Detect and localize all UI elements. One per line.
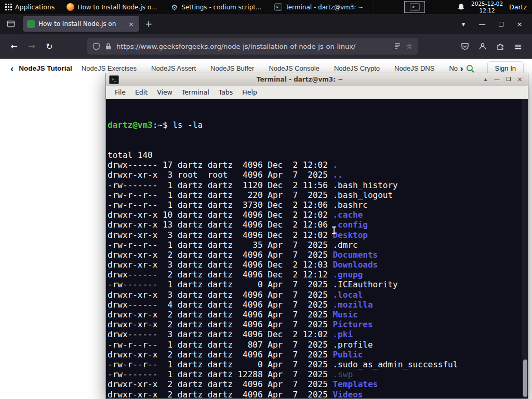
settings-icon: ⚙: [170, 3, 178, 11]
directory-name: .pki: [332, 329, 353, 339]
panel-window-button[interactable]: ⚙Settings - codium script...: [166, 0, 270, 14]
panel-clock[interactable]: 2025-12-02 12:12: [471, 1, 503, 14]
terminal-minimize-button[interactable]: —: [492, 74, 502, 85]
terminal-menu-help[interactable]: Help: [237, 88, 262, 96]
terminal-output-line: drwxr-xr-x 2 dartz dartz 4096 Apr 7 2025…: [108, 390, 528, 399]
search-icon[interactable]: [466, 64, 475, 73]
directory-name: Documents: [332, 250, 378, 260]
nav-scroll-right-icon[interactable]: ›: [458, 63, 465, 73]
bookmark-star-icon[interactable]: ☆: [406, 42, 413, 50]
terminal-maximize-button[interactable]: [503, 74, 513, 85]
url-bar[interactable]: https://www.geeksforgeeks.org/node-js/in…: [87, 38, 418, 55]
site-nav-link[interactable]: NodeJS Exercises: [82, 64, 137, 72]
terminal-output-line: drwxr-xr-x 3 dartz dartz 4096 Dec 2 12:0…: [108, 260, 528, 270]
reader-mode-icon[interactable]: [394, 43, 401, 50]
site-nav-link[interactable]: NodeJS Assert: [151, 64, 196, 72]
directory-name: Videos: [332, 390, 363, 399]
terminal-output-line: -rw-r--r-- 1 dartz dartz 35 Apr 7 2025 .…: [108, 240, 528, 250]
site-nav-active-link[interactable]: NodeJS Tutorial: [19, 64, 72, 72]
terminal-menu-edit[interactable]: Edit: [130, 88, 152, 96]
new-tab-button[interactable]: +: [139, 19, 158, 29]
clock-date: 2025-12-02: [471, 1, 503, 7]
terminal-output-line: drwxr-xr-x 2 dartz dartz 4096 Apr 7 2025…: [108, 250, 528, 260]
panel-window-button[interactable]: >_Terminal - dartz@vm3: ~: [270, 0, 374, 14]
terminal-output-line: -rw------- 1 dartz dartz 12288 Apr 7 202…: [108, 369, 528, 379]
terminal-output-line: drwxr-xr-x 2 dartz dartz 4096 Apr 7 2025…: [108, 350, 528, 360]
browser-tab-active[interactable]: How to Install Node.js on ×: [23, 16, 139, 32]
directory-name: Music: [332, 310, 357, 320]
applications-menu-button[interactable]: Applications: [0, 0, 60, 14]
browser-window-controls: ▾ — ×: [454, 14, 529, 34]
reload-button[interactable]: ↻: [41, 37, 58, 55]
extensions-icon[interactable]: [491, 37, 509, 55]
terminal-close-button[interactable]: ×: [515, 74, 525, 85]
terminal-output-line: -rw-r--r-- 1 dartz dartz 807 Apr 7 2025 …: [108, 340, 528, 350]
panel-status-area: 2025-12-02 12:12 Dartz: [452, 0, 532, 14]
user-menu[interactable]: Dartz: [509, 3, 527, 11]
terminal-output-line: drwxr-xr-x 2 dartz dartz 4096 Apr 7 2025…: [108, 379, 528, 389]
site-nav-link[interactable]: Node: [449, 64, 458, 72]
file-name: .profile: [332, 340, 373, 350]
site-nav-links: NodeJS ExercisesNodeJS AssertNodeJS Buff…: [82, 64, 458, 72]
file-name: .sudo_as_admin_successful: [332, 360, 458, 369]
firefox-view-button[interactable]: [3, 16, 19, 32]
tab-strip: How to Install Node.js on × + ▾ — ×: [0, 14, 532, 34]
terminal-output-line: -rw-r--r-- 1 dartz dartz 0 Apr 7 2025 .s…: [108, 360, 528, 369]
site-favicon: [27, 20, 35, 28]
lock-icon[interactable]: [105, 43, 112, 50]
menu-hamburger-icon[interactable]: ≡: [509, 37, 527, 55]
terminal-menu-terminal[interactable]: Terminal: [177, 88, 214, 96]
account-icon[interactable]: [474, 37, 491, 55]
terminal-screen[interactable]: dartz@vm3:~$ ls -la total 140drwx------ …: [106, 99, 528, 398]
terminal-output-line: drwx------ 17 dartz dartz 4096 Dec 2 12:…: [108, 160, 528, 170]
terminal-output-line: drwxr-xr-x 3 root root 4096 Apr 7 2025 .…: [108, 170, 528, 180]
terminal-output-line: drwxr-xr-x 3 dartz dartz 4096 Dec 2 12:0…: [108, 230, 528, 240]
tracking-protection-shield-icon[interactable]: [92, 43, 100, 50]
site-nav-link[interactable]: NodeJS DNS: [394, 64, 434, 72]
terminal-scrollbar[interactable]: [522, 99, 528, 398]
terminal-menubar: FileEditViewTerminalTabsHelp: [106, 86, 528, 99]
terminal-tray-icon: >_: [410, 3, 420, 11]
file-name: .bash_logout: [332, 190, 393, 200]
browser-close-button[interactable]: ×: [510, 14, 529, 34]
tab-close-icon[interactable]: ×: [127, 20, 135, 28]
panel-separator: [61, 2, 61, 12]
back-button[interactable]: ←: [5, 37, 23, 55]
terminal-menu-view[interactable]: View: [152, 88, 177, 96]
file-name: .bashrc: [332, 200, 367, 210]
notification-bell-icon[interactable]: [457, 3, 465, 11]
panel-window-button[interactable]: How to Install Node.js o...: [62, 0, 166, 14]
directory-name: Pictures: [332, 320, 373, 329]
file-name: .bash_history: [332, 180, 397, 190]
url-text[interactable]: https://www.geeksforgeeks.org/node-js/in…: [116, 43, 389, 50]
terminal-output-line: drwxr-xr-x 2 dartz dartz 4096 Apr 7 2025…: [108, 320, 528, 329]
firefox-view-icon: [7, 20, 15, 28]
directory-name: .config: [332, 220, 367, 230]
directory-name: Public: [332, 350, 363, 360]
site-nav-link[interactable]: NodeJS Crypto: [334, 64, 380, 72]
toolbar-right-icons: ≡: [456, 37, 527, 55]
terminal-output-line: -rw------- 1 dartz dartz 0 Apr 7 2025 .I…: [108, 280, 528, 289]
maximize-icon: [507, 77, 511, 81]
terminal-shade-button[interactable]: ▴: [481, 74, 490, 85]
terminal-menu-file[interactable]: File: [110, 88, 130, 96]
applications-grid-icon: [5, 4, 12, 10]
tray-terminal-button[interactable]: >_: [404, 1, 425, 13]
directory-name: .: [332, 160, 338, 170]
pocket-icon[interactable]: [456, 37, 474, 55]
terminal-menu-tabs[interactable]: Tabs: [214, 88, 238, 96]
site-nav-link[interactable]: NodeJS Console: [269, 64, 320, 72]
directory-name: Templates: [332, 379, 378, 389]
nav-scroll-left-icon[interactable]: ‹: [8, 63, 16, 73]
top-panel: Applications How to Install Node.js o...…: [0, 0, 532, 14]
terminal-scrollbar-thumb[interactable]: [523, 360, 527, 397]
browser-minimize-button[interactable]: —: [473, 14, 491, 34]
list-all-tabs-chevron-icon[interactable]: ▾: [454, 14, 473, 34]
window-button-title: Settings - codium script...: [181, 4, 261, 11]
forward-button[interactable]: →: [23, 37, 41, 55]
browser-maximize-button[interactable]: [491, 14, 510, 34]
browser-toolbar: ← → ↻ https://www.geeksforgeeks.org/node…: [0, 34, 532, 59]
site-nav-link[interactable]: NodeJS Buffer: [210, 64, 254, 72]
terminal-titlebar[interactable]: >_ Terminal - dartz@vm3: ~ ▴ — ×: [106, 73, 528, 86]
directory-name: .cache: [332, 210, 363, 220]
